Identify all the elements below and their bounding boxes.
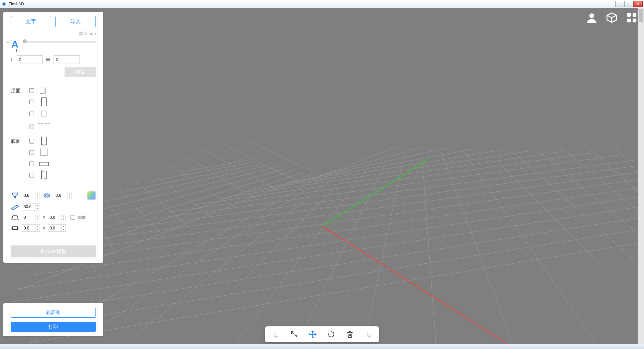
face-shape7-icon: ⊏⊐ [39,160,48,168]
top-opt2-checkbox[interactable] [29,100,34,104]
ring-icon [43,192,51,199]
top-right-toolbar [586,12,637,23]
redo-icon[interactable] [364,330,373,339]
print-panel: 轮廓线 打印 [3,303,103,336]
expand-icon[interactable] [290,330,298,339]
length-label: L [11,57,13,62]
bot-opt2-checkbox[interactable] [29,150,34,155]
bottom-face-label: 底面 [11,138,24,145]
svg-point-66 [46,195,48,196]
svg-rect-64 [633,19,636,22]
flip-label: 倒放 [78,215,86,220]
bulge-a-spinner[interactable]: ▲▼ [22,224,40,232]
bulge-icon [11,224,19,232]
bottom-toolbar [265,326,379,342]
svg-point-60 [589,13,594,18]
width-input[interactable] [54,55,80,64]
x-separator: X [43,215,45,220]
face-shape6-icon: ⎿⏌ [39,148,48,157]
color-picker[interactable] [87,191,96,200]
svg-point-65 [44,194,50,197]
undo-icon[interactable] [271,330,280,339]
bot-opt4-checkbox[interactable] [29,173,34,177]
app-icon [1,1,7,7]
length-input[interactable] [17,55,43,64]
apps-icon[interactable] [626,12,637,23]
top-opt4-checkbox [29,124,34,129]
face-shape1-icon: ⎕⎤ [39,86,48,95]
top-opt3-checkbox[interactable] [29,112,34,116]
generate-3d-button[interactable]: 生成3D模型 [11,245,96,257]
face-shape2-icon: ⎡⎤ [39,98,48,106]
cube-icon[interactable] [606,12,617,23]
svg-rect-61 [627,13,631,17]
thickness-icon [11,203,19,210]
unit-label: 单位:mm [11,31,96,37]
thickness-spinner[interactable]: ▲▼ [22,203,40,210]
os-taskbar [0,344,644,349]
svg-rect-62 [633,13,636,17]
trapezoid-icon [11,214,19,221]
outline-button[interactable]: 轮廓线 [11,308,96,318]
flip-checkbox[interactable] [71,215,75,220]
bot-opt1-checkbox[interactable] [29,139,34,144]
move-icon[interactable] [308,330,317,339]
svg-rect-63 [627,19,631,22]
window-controls: — □ ✕ [616,1,643,7]
svg-marker-0 [2,2,6,6]
delete-icon[interactable] [346,330,354,339]
import-tab[interactable]: 导入 [55,16,96,27]
trapezoid-b-spinner[interactable]: ▲▼ [48,214,66,221]
rotate-icon[interactable] [327,330,336,339]
face-shape8-icon: ⎡⎦ [39,171,48,179]
workspace: 文字 导入 单位:mm A L W 镜像 顶面 ⎕⎤ ⎡⎤ 〔〕 [0,8,644,344]
ring-spinner[interactable]: ▲▼ [54,192,72,199]
close-button[interactable]: ✕ [633,1,643,7]
mirror-button[interactable]: 镜像 [65,67,96,77]
top-face-label: 顶面 [11,88,24,94]
text-size-slider[interactable] [23,41,96,43]
nozzle-icon [11,192,19,199]
trapezoid-a-spinner[interactable]: ▲▼ [22,214,40,221]
vertical-scrollbar[interactable] [638,8,644,344]
left-panel: 文字 导入 单位:mm A L W 镜像 顶面 ⎕⎤ ⎡⎤ 〔〕 [3,12,103,263]
app-title: FlashAD [9,2,24,6]
user-icon[interactable] [586,12,597,23]
nozzle-spinner[interactable]: ▲▼ [22,192,40,199]
minimize-button[interactable]: — [615,1,625,7]
bulge-b-spinner[interactable]: ▲▼ [48,224,66,232]
x-separator2: X [43,226,45,230]
face-shape5-icon: ⎣⎦ [39,137,48,146]
text-tab[interactable]: 文字 [11,16,51,27]
print-button[interactable]: 打印 [11,322,96,332]
width-label: W [46,57,50,62]
bot-opt3-checkbox[interactable] [29,162,34,166]
window-titlebar: FlashAD — □ ✕ [0,0,644,8]
text-size-icon: A [11,39,20,52]
face-shape3-icon: 〔〕 [39,109,48,119]
top-opt1-checkbox[interactable] [29,88,34,93]
face-shape4-icon: ⌒⌒ [39,122,48,132]
maximize-button[interactable]: □ [624,1,634,7]
